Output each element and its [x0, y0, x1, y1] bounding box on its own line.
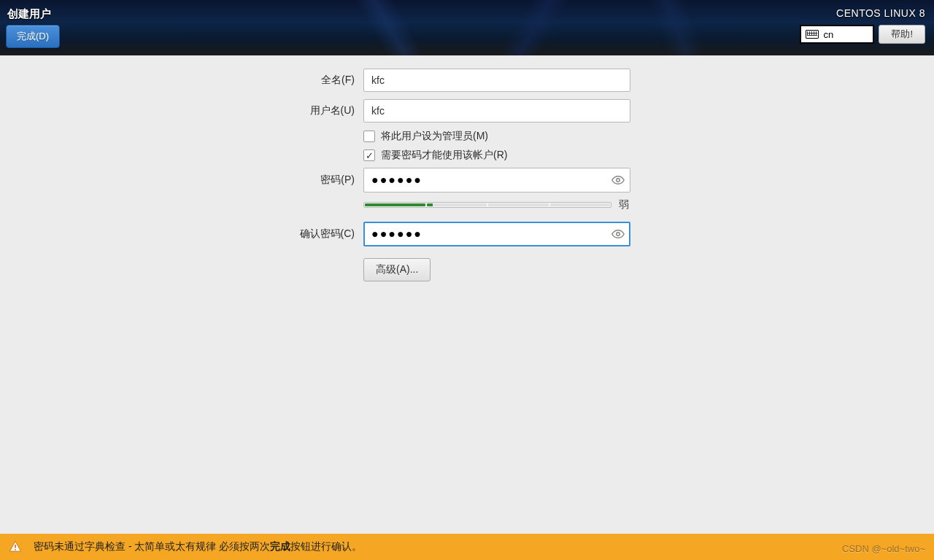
admin-checkbox[interactable]: [363, 131, 375, 142]
warning-bar: 密码未通过字典检查 - 太简单或太有规律 必须按两次完成按钮进行确认。 CSDN…: [0, 534, 934, 560]
eye-icon[interactable]: [611, 174, 625, 187]
warning-icon: [9, 540, 22, 553]
keyboard-layout-indicator[interactable]: cn: [800, 25, 874, 44]
password-strength-label: 弱: [619, 198, 629, 211]
eye-icon[interactable]: [611, 228, 625, 241]
fullname-label: 全名(F): [0, 74, 363, 87]
keyboard-icon: [806, 30, 819, 39]
keyboard-layout-text: cn: [823, 29, 833, 40]
admin-checkbox-label: 将此用户设为管理员(M): [381, 130, 488, 143]
confirm-password-label: 确认密码(C): [0, 228, 363, 241]
require-password-checkbox[interactable]: [363, 149, 375, 161]
confirm-password-input[interactable]: [363, 222, 630, 246]
form-area: 全名(F) 用户名(U) 将此用户设为管理员(M) 需要密码才能使用该帐户(R)…: [0, 55, 934, 281]
username-label: 用户名(U): [0, 104, 363, 117]
page-title: 创建用户: [7, 7, 51, 21]
header-bar: 创建用户 完成(D) CENTOS LINUX 8 cn 帮助!: [0, 0, 934, 55]
svg-point-0: [617, 179, 620, 182]
username-input[interactable]: [363, 99, 630, 122]
os-label: CENTOS LINUX 8: [800, 7, 925, 19]
watermark-text: CSDN @~old~two~: [842, 543, 925, 554]
password-label: 密码(P): [0, 174, 363, 187]
help-button[interactable]: 帮助!: [879, 25, 925, 44]
done-button[interactable]: 完成(D): [6, 25, 60, 48]
svg-rect-2: [15, 545, 16, 548]
advanced-button[interactable]: 高级(A)...: [363, 258, 431, 281]
warning-message: 密码未通过字典检查 - 太简单或太有规律 必须按两次完成按钮进行确认。: [34, 540, 362, 553]
header-right: CENTOS LINUX 8 cn 帮助!: [800, 7, 925, 44]
password-strength-meter: [363, 202, 611, 208]
require-password-label: 需要密码才能使用该帐户(R): [381, 149, 507, 162]
password-input[interactable]: [363, 168, 630, 192]
svg-point-1: [617, 233, 620, 236]
fullname-input[interactable]: [363, 69, 630, 92]
svg-rect-3: [15, 549, 16, 551]
